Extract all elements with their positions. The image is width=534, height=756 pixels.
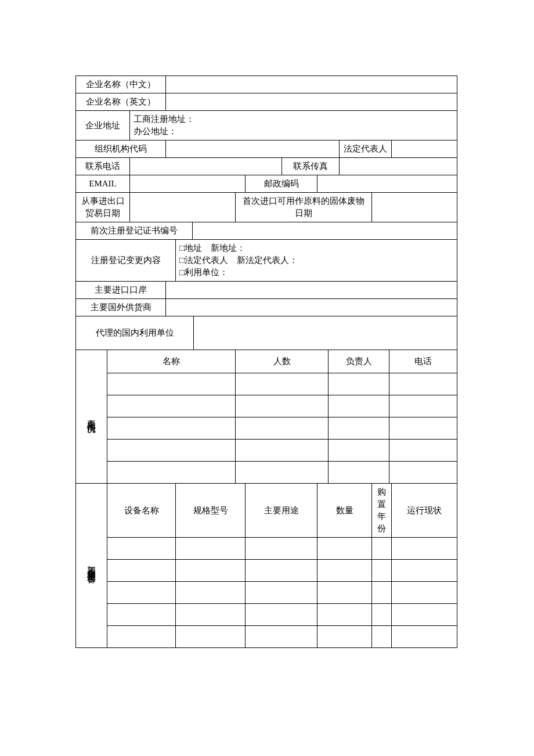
dept-cell[interactable] — [236, 395, 329, 417]
field-import-export-date[interactable] — [130, 193, 236, 222]
equip-cell[interactable] — [372, 604, 392, 626]
dept-header-lead: 负责人 — [329, 350, 389, 373]
dept-header-count: 人数 — [236, 350, 329, 373]
equip-cell[interactable] — [107, 582, 176, 604]
dept-cell[interactable] — [389, 417, 457, 440]
equip-cell[interactable] — [107, 604, 176, 626]
label-main-supplier: 主要国外供货商 — [76, 299, 166, 316]
field-legal-rep[interactable] — [392, 141, 457, 158]
field-org-code[interactable] — [166, 141, 340, 158]
dept-cell[interactable] — [389, 440, 457, 462]
equip-cell[interactable] — [246, 582, 317, 604]
label-phone: 联系电话 — [76, 158, 130, 175]
dept-cell[interactable] — [107, 462, 236, 484]
dept-header-phone: 电话 — [389, 350, 457, 373]
dept-cell[interactable] — [329, 417, 389, 440]
equip-header-qty: 数量 — [317, 484, 372, 538]
dept-header-name: 名称 — [107, 350, 236, 373]
field-agent-unit[interactable] — [194, 316, 457, 350]
dept-cell[interactable] — [389, 373, 457, 395]
equip-cell[interactable] — [246, 538, 317, 560]
equip-cell[interactable] — [317, 582, 372, 604]
equip-cell[interactable] — [176, 560, 246, 582]
dept-cell[interactable] — [107, 373, 236, 395]
equip-cell[interactable] — [392, 538, 457, 560]
equip-cell[interactable] — [317, 626, 372, 648]
form-table: 企业名称（中文） 企业名称（英文） 企业地址 工商注册地址： 办公地址： 组织机… — [75, 75, 457, 648]
checkbox-unit[interactable]: □利用单位： — [179, 268, 228, 277]
equip-header-status: 运行现状 — [392, 484, 457, 538]
field-fax[interactable] — [340, 158, 457, 175]
dept-cell[interactable] — [236, 462, 329, 484]
dept-cell[interactable] — [389, 395, 457, 417]
equip-cell[interactable] — [246, 560, 317, 582]
field-main-supplier[interactable] — [166, 299, 457, 316]
equip-cell[interactable] — [107, 538, 176, 560]
label-company-address: 企业地址 — [76, 111, 130, 141]
field-first-import-date[interactable] — [372, 193, 457, 222]
label-main-port: 主要进口口岸 — [76, 282, 166, 299]
checkbox-legal[interactable]: □法定代表人 新法定代表人： — [179, 255, 298, 265]
equip-header-year: 购置年份 — [372, 484, 392, 538]
label-dept-section: 主要部门情况 — [76, 350, 107, 484]
equip-cell[interactable] — [107, 560, 176, 582]
label-company-name-cn: 企业名称（中文） — [76, 76, 166, 93]
label-org-code: 组织机构代码 — [76, 141, 166, 158]
equip-cell[interactable] — [176, 538, 246, 560]
label-fax: 联系传真 — [282, 158, 340, 175]
field-prev-cert-no[interactable] — [193, 222, 457, 240]
label-agent-unit: 代理的国内利用单位 — [76, 316, 194, 350]
label-company-name-en: 企业名称（英文） — [76, 93, 166, 111]
equip-header-model: 规格型号 — [176, 484, 246, 538]
equip-header-use: 主要用途 — [246, 484, 317, 538]
label-change-content: 注册登记变更内容 — [76, 240, 176, 282]
label-import-export-date: 从事进出口贸易日期 — [76, 193, 130, 222]
equip-cell[interactable] — [246, 604, 317, 626]
equip-cell[interactable] — [176, 626, 246, 648]
label-postal: 邮政编码 — [246, 175, 317, 193]
dept-cell[interactable] — [329, 373, 389, 395]
equip-cell[interactable] — [317, 538, 372, 560]
equip-cell[interactable] — [317, 560, 372, 582]
equip-cell[interactable] — [392, 560, 457, 582]
equip-cell[interactable] — [372, 538, 392, 560]
equip-cell[interactable] — [107, 626, 176, 648]
equip-cell[interactable] — [372, 560, 392, 582]
dept-cell[interactable] — [329, 395, 389, 417]
dept-cell[interactable] — [389, 462, 457, 484]
field-main-port[interactable] — [166, 282, 457, 299]
dept-cell[interactable] — [107, 395, 236, 417]
checkbox-addr[interactable]: □地址 新地址： — [179, 243, 246, 253]
field-postal[interactable] — [317, 175, 457, 193]
equip-header-name: 设备名称 — [107, 484, 176, 538]
dept-cell[interactable] — [107, 417, 236, 440]
field-address[interactable]: 工商注册地址： 办公地址： — [130, 111, 457, 141]
field-company-name-en[interactable] — [166, 93, 457, 111]
field-change-content[interactable]: □地址 新地址： □法定代表人 新法定代表人： □利用单位： — [176, 240, 457, 282]
label-business-reg-addr: 工商注册地址： — [134, 114, 194, 124]
field-company-name-cn[interactable] — [166, 76, 457, 93]
label-office-addr: 办公地址： — [134, 127, 177, 136]
field-email[interactable] — [130, 175, 246, 193]
equip-cell[interactable] — [317, 604, 372, 626]
dept-cell[interactable] — [236, 440, 329, 462]
field-phone[interactable] — [130, 158, 282, 175]
equip-cell[interactable] — [392, 604, 457, 626]
equip-cell[interactable] — [176, 582, 246, 604]
label-prev-cert-no: 前次注册登记证书编号 — [76, 222, 193, 240]
equip-cell[interactable] — [392, 582, 457, 604]
dept-cell[interactable] — [236, 417, 329, 440]
label-legal-rep: 法定代表人 — [340, 141, 392, 158]
label-email: EMAIL — [76, 175, 130, 193]
label-equip-section: 加工设备和检测设备 — [76, 484, 107, 648]
dept-cell[interactable] — [329, 462, 389, 484]
equip-cell[interactable] — [176, 604, 246, 626]
dept-cell[interactable] — [107, 440, 236, 462]
dept-cell[interactable] — [236, 373, 329, 395]
equip-cell[interactable] — [392, 626, 457, 648]
equip-cell[interactable] — [372, 582, 392, 604]
equip-cell[interactable] — [246, 626, 317, 648]
dept-cell[interactable] — [329, 440, 389, 462]
label-first-import-date: 首次进口可用作原料的固体废物日期 — [236, 193, 372, 222]
equip-cell[interactable] — [372, 626, 392, 648]
